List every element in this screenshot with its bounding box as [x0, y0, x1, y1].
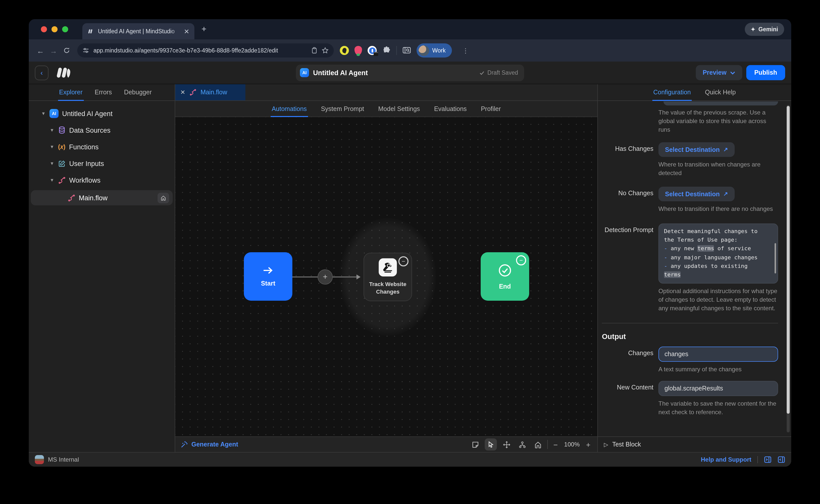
- forward-icon[interactable]: →: [47, 46, 60, 55]
- tab-evaluations[interactable]: Evaluations: [433, 101, 468, 117]
- minimize-window-button[interactable]: [51, 26, 58, 32]
- add-block-button[interactable]: +: [318, 269, 333, 285]
- select-tool-button[interactable]: [485, 438, 497, 451]
- app-back-button[interactable]: ‹: [35, 65, 48, 80]
- previous-scrape-help: The value of the previous scrape. Use a …: [659, 108, 778, 134]
- changes-input[interactable]: changes: [659, 347, 778, 362]
- no-changes-select-destination-button[interactable]: Select Destination ↗: [659, 187, 734, 201]
- generate-agent-button[interactable]: Generate Agent: [180, 441, 238, 448]
- reload-icon[interactable]: [60, 47, 73, 54]
- gemini-spark-icon: ✦: [751, 26, 755, 33]
- flow-canvas[interactable]: + Start −: [175, 117, 597, 436]
- tab-system-prompt[interactable]: System Prompt: [320, 101, 365, 117]
- tab-model-settings[interactable]: Model Settings: [377, 101, 421, 117]
- pan-tool-button[interactable]: [501, 438, 513, 451]
- config-panel-tabs: Configuration Quick Help: [598, 84, 791, 101]
- chevron-down-icon[interactable]: ▼: [41, 111, 46, 116]
- track-website-changes-node[interactable]: − Track Website Changes: [364, 253, 412, 301]
- start-node[interactable]: Start: [244, 252, 292, 301]
- browser-menu-icon[interactable]: ⋮: [462, 47, 469, 54]
- tree-item-user-inputs[interactable]: ▼ User Inputs: [29, 157, 175, 170]
- tab-profiler[interactable]: Profiler: [480, 101, 502, 117]
- profile-button[interactable]: Work: [417, 43, 452, 58]
- chevron-down-icon[interactable]: ▼: [49, 178, 54, 183]
- screen: Untitled AI Agent | MindStudio ✕ + ✦ Gem…: [0, 0, 820, 504]
- textarea-scrollbar[interactable]: [775, 243, 776, 274]
- tab-automations[interactable]: Automations: [271, 101, 308, 117]
- zoom-in-button[interactable]: +: [584, 440, 592, 449]
- toggle-right-panel-icon[interactable]: [764, 456, 772, 463]
- browser-toolbar: ← → app.mindstudio.ai/agents/9937ce3e-b7…: [29, 39, 791, 62]
- has-changes-select-destination-button[interactable]: Select Destination ↗: [659, 142, 734, 157]
- tree-item-workflows[interactable]: ▼ Workflows: [29, 174, 175, 187]
- copy-link-icon[interactable]: [311, 47, 318, 54]
- publish-button[interactable]: Publish: [746, 65, 785, 80]
- new-content-label: New Content: [598, 381, 659, 417]
- tab-explorer[interactable]: Explorer: [58, 84, 83, 100]
- auto-layout-button[interactable]: [516, 438, 528, 451]
- chevron-down-icon[interactable]: ▼: [49, 128, 54, 133]
- bookmark-star-icon[interactable]: [322, 47, 329, 54]
- config-panel: Configuration Quick Help The value of th…: [597, 84, 791, 452]
- tab-debugger[interactable]: Debugger: [123, 84, 153, 100]
- statusbar-divider: [757, 456, 758, 463]
- previous-content-input-clipped[interactable]: [664, 101, 778, 105]
- workflow-icon: [189, 89, 196, 96]
- site-settings-icon[interactable]: [82, 47, 89, 54]
- end-node[interactable]: − End: [481, 252, 529, 301]
- browser-tab[interactable]: Untitled AI Agent | MindStudio ✕: [82, 23, 194, 39]
- extension-icon-1password[interactable]: [368, 46, 377, 55]
- file-tab-main-flow[interactable]: ✕ Main.flow: [175, 84, 246, 100]
- zoom-out-button[interactable]: −: [552, 440, 560, 449]
- remove-node-icon[interactable]: −: [516, 255, 526, 265]
- close-window-button[interactable]: [41, 26, 47, 32]
- detection-prompt-textarea[interactable]: Detect meaningful changes tothe Terms of…: [659, 223, 778, 284]
- panel-scrollbar[interactable]: [787, 105, 790, 432]
- extension-icon-strawberry[interactable]: [355, 46, 362, 55]
- tab-quick-help[interactable]: Quick Help: [704, 84, 737, 100]
- side-search-icon[interactable]: [402, 46, 411, 54]
- address-bar[interactable]: app.mindstudio.ai/agents/9937ce3e-b7e3-4…: [77, 43, 334, 58]
- node-label: Start: [261, 280, 276, 287]
- tree-item-agent-root[interactable]: ▼ AI Untitled AI Agent: [29, 107, 175, 120]
- maximize-window-button[interactable]: [62, 26, 68, 32]
- tree-item-functions[interactable]: ▼ (𝑥) Functions: [29, 140, 175, 153]
- tab-configuration[interactable]: Configuration: [653, 84, 692, 100]
- external-arrow-icon: ↗: [723, 191, 728, 197]
- tab-errors[interactable]: Errors: [94, 84, 113, 100]
- home-flow-button[interactable]: [157, 192, 169, 203]
- close-file-tab-icon[interactable]: ✕: [180, 89, 185, 96]
- no-changes-label: No Changes: [598, 187, 659, 213]
- has-changes-label: Has Changes: [598, 142, 659, 178]
- help-and-support-link[interactable]: Help and Support: [701, 456, 751, 463]
- chevron-down-icon[interactable]: ▼: [49, 161, 54, 166]
- extension-icon-yellow[interactable]: [340, 46, 349, 55]
- tree-item-main-flow-selected[interactable]: Main.flow: [31, 190, 173, 205]
- preview-button[interactable]: Preview: [696, 65, 742, 80]
- chevron-down-icon[interactable]: ▼: [49, 144, 54, 149]
- zoom-level: 100%: [564, 441, 580, 448]
- window-controls[interactable]: [41, 26, 68, 32]
- tab-close-icon[interactable]: ✕: [183, 27, 190, 35]
- home-icon: [160, 195, 166, 201]
- toggle-left-panel-icon[interactable]: [778, 456, 785, 463]
- tree-item-label: User Inputs: [69, 160, 104, 167]
- extension-icons: Work ⋮: [340, 43, 469, 58]
- remove-node-icon[interactable]: −: [398, 256, 408, 266]
- fit-view-home-button[interactable]: [532, 438, 544, 451]
- extensions-puzzle-icon[interactable]: [382, 46, 391, 55]
- toolbar-divider: [396, 46, 397, 55]
- profile-avatar: [419, 45, 429, 56]
- notes-tool-button[interactable]: [469, 438, 481, 451]
- new-tab-button[interactable]: +: [201, 24, 207, 34]
- workflow-icon: [68, 194, 75, 202]
- agent-title-pill[interactable]: AI Untitled AI Agent Draft Saved: [296, 64, 524, 81]
- tree-item-data-sources[interactable]: ▼ Data Sources: [29, 124, 175, 137]
- new-content-input[interactable]: global.scrapeResults: [659, 381, 778, 396]
- back-icon[interactable]: ←: [34, 46, 47, 55]
- chevron-down-icon: [730, 71, 735, 74]
- gemini-button[interactable]: ✦ Gemini: [745, 23, 784, 36]
- tree-item-label: Main.flow: [79, 194, 107, 202]
- config-scroll-area: The value of the previous scrape. Use a …: [598, 101, 791, 436]
- test-block-button[interactable]: ▷ Test Block: [598, 436, 791, 452]
